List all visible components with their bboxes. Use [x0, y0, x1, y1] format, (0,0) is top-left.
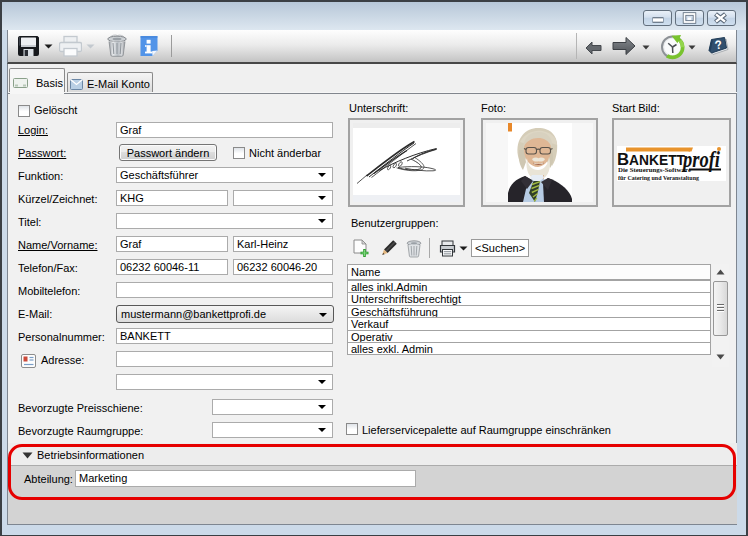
svg-text:für Catering und Veranstaltung: für Catering und Veranstaltung [618, 174, 699, 182]
